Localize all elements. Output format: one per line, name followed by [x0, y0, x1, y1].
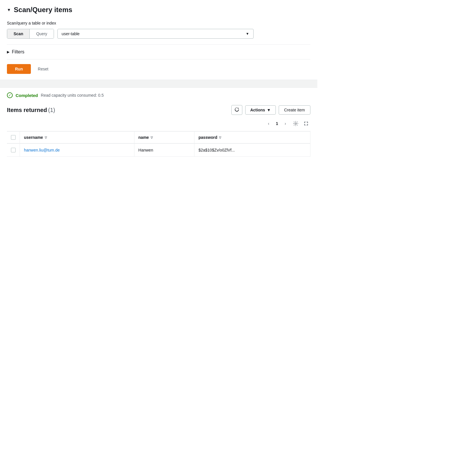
items-actions-group: Actions ▼ Create item	[231, 105, 310, 115]
filters-label: Filters	[12, 49, 25, 55]
row-0-username: hanwen.liu@tum.de	[20, 143, 134, 157]
create-item-button[interactable]: Create item	[279, 105, 310, 115]
select-arrow-icon: ▼	[246, 32, 249, 36]
page-title: Scan/Query items	[14, 6, 72, 14]
items-title-group: Items returned (1)	[7, 107, 55, 113]
row-0-username-link[interactable]: hanwen.liu@tum.de	[24, 148, 60, 152]
row-0-name: Hanwen	[134, 143, 194, 157]
run-button[interactable]: Run	[7, 64, 31, 74]
table-body: hanwen.liu@tum.deHanwen$2a$10$Zv/o0ZlVf.…	[7, 143, 310, 157]
status-icon: ✓	[7, 92, 13, 98]
collapse-icon[interactable]: ▼	[7, 8, 11, 12]
prev-page-button[interactable]: ‹	[264, 119, 273, 128]
row-0-checkbox-cell	[7, 143, 20, 157]
table-settings-button[interactable]	[291, 119, 300, 128]
th-password-label: password	[198, 135, 217, 140]
tab-scan[interactable]: Scan	[7, 29, 30, 38]
row-0-password: $2a$10$Zv/o0ZlVf...	[194, 143, 310, 157]
refresh-button[interactable]	[231, 105, 242, 115]
filters-section: ▶ Filters	[0, 45, 317, 59]
status-description: Read capacity units consumed: 0.5	[41, 93, 104, 98]
actions-arrow-icon: ▼	[267, 108, 271, 112]
status-section: ✓ Completed Read capacity units consumed…	[0, 88, 317, 103]
tab-query[interactable]: Query	[30, 29, 53, 38]
th-checkbox	[7, 131, 20, 143]
table-select-dropdown[interactable]: user-table ▼	[57, 29, 254, 39]
refresh-icon	[235, 107, 239, 113]
th-name-label: name	[138, 135, 149, 140]
next-page-button[interactable]: ›	[281, 119, 290, 128]
pagination-row: ‹ 1 ›	[7, 118, 310, 131]
scan-query-controls: Scan Query user-table ▼	[7, 29, 310, 39]
gray-band	[0, 80, 317, 88]
data-table: username ▽ name ▽ password ▽	[7, 131, 310, 157]
reset-button[interactable]: Reset	[37, 64, 50, 74]
items-title: Items returned	[7, 107, 47, 113]
current-page: 1	[275, 121, 279, 126]
page-header: ▼ Scan/Query items	[0, 0, 317, 18]
expand-icon	[303, 121, 309, 126]
items-header: Items returned (1) Actions ▼ Create item	[7, 105, 310, 115]
name-sort-icon[interactable]: ▽	[151, 136, 153, 139]
th-name: name ▽	[134, 131, 194, 143]
th-username-label: username	[24, 135, 43, 140]
th-username: username ▽	[20, 131, 134, 143]
section-description: Scan/query a table or index	[7, 21, 310, 25]
scan-query-tab-group: Scan Query	[7, 29, 54, 39]
items-count: (1)	[48, 107, 55, 113]
table-row: hanwen.liu@tum.deHanwen$2a$10$Zv/o0ZlVf.…	[7, 143, 310, 157]
run-reset-section: Run Reset	[0, 59, 317, 80]
username-sort-icon[interactable]: ▽	[45, 136, 47, 139]
actions-button[interactable]: Actions ▼	[245, 105, 276, 115]
status-text: Completed	[16, 93, 38, 98]
page-container: ▼ Scan/Query items Scan/query a table or…	[0, 0, 317, 161]
filters-expand-icon: ▶	[7, 50, 10, 54]
actions-label: Actions	[250, 108, 265, 112]
select-all-checkbox[interactable]	[11, 135, 16, 140]
row-0-checkbox[interactable]	[11, 148, 16, 152]
table-header-row: username ▽ name ▽ password ▽	[7, 131, 310, 143]
scan-query-section: Scan/query a table or index Scan Query u…	[0, 18, 317, 44]
th-password: password ▽	[194, 131, 310, 143]
filters-toggle[interactable]: ▶ Filters	[7, 49, 310, 55]
expand-button[interactable]	[302, 119, 310, 128]
items-section: Items returned (1) Actions ▼ Create item	[0, 103, 317, 161]
password-sort-icon[interactable]: ▽	[219, 136, 221, 139]
gear-icon	[293, 121, 298, 126]
table-select-value: user-table	[62, 31, 80, 36]
